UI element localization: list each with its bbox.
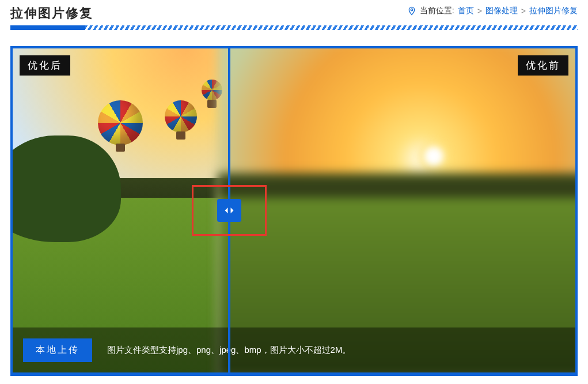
- breadcrumb: 当前位置: 首页 > 图像处理 > 拉伸图片修复: [407, 6, 578, 16]
- breadcrumb-label: 当前位置:: [420, 6, 454, 16]
- sun-glow: [416, 139, 451, 174]
- header-divider: [10, 25, 578, 30]
- svg-point-0: [411, 9, 412, 10]
- balloon-medium: [165, 100, 197, 133]
- page-title: 拉伸图片修复: [10, 5, 93, 22]
- location-icon: [407, 6, 416, 16]
- breadcrumb-link-home[interactable]: 首页: [458, 6, 474, 16]
- breadcrumb-link-current[interactable]: 拉伸图片修复: [529, 6, 578, 16]
- before-badge: 优化前: [518, 55, 568, 76]
- page-header: 拉伸图片修复 当前位置: 首页 > 图像处理 > 拉伸图片修复: [0, 0, 588, 25]
- after-badge: 优化后: [20, 55, 70, 76]
- compare-divider[interactable]: [228, 48, 230, 372]
- compare-after-side: [13, 48, 229, 372]
- upload-button[interactable]: 本地上传: [23, 338, 92, 362]
- balloon-large: [98, 100, 143, 145]
- compare-before-side: [229, 48, 575, 372]
- image-compare-panel: 优化后 优化前 本地上传 图片文件类型支持jpg、png、jpeg、bmp，图片…: [10, 46, 578, 376]
- drag-horizontal-icon: [223, 205, 235, 216]
- breadcrumb-separator: >: [521, 6, 526, 16]
- breadcrumb-separator: >: [477, 6, 482, 16]
- breadcrumb-link-category[interactable]: 图像处理: [485, 6, 518, 16]
- compare-slider-handle[interactable]: [217, 199, 241, 222]
- compare-footer: 本地上传 图片文件类型支持jpg、png、jpeg、bmp，图片大小不超过2M。: [13, 327, 575, 372]
